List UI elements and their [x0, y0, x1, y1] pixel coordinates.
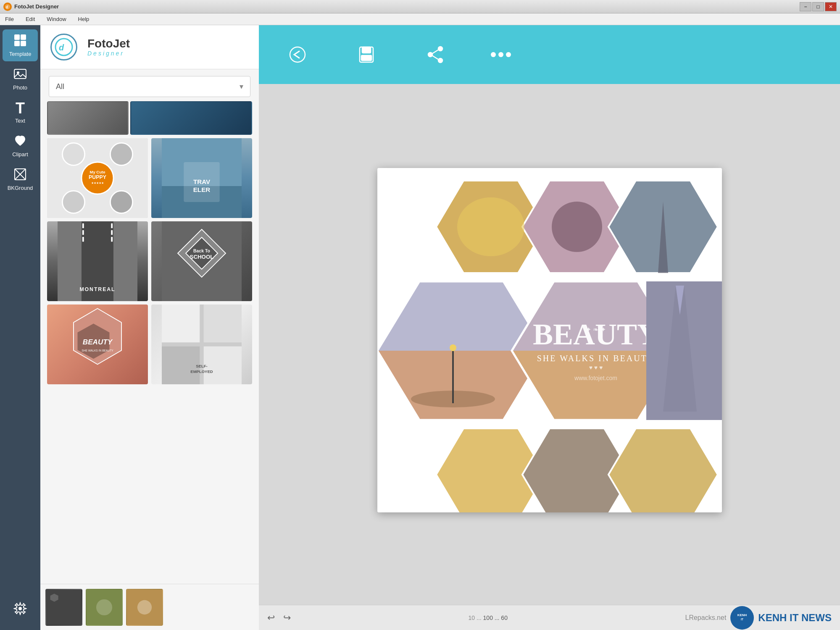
svg-point-64 — [438, 58, 442, 63]
template-panel: d FotoJet Designer All ▾ — [40, 25, 259, 630]
template-thumb-school[interactable]: Back To SCHOOL — [151, 221, 252, 301]
svg-text:d: d — [6, 5, 8, 9]
filter-dropdown[interactable]: All ▾ — [49, 76, 250, 97]
svg-text:SHE WALKS IN BEAUTY: SHE WALKS IN BEAUTY — [537, 354, 655, 363]
sidebar-item-template[interactable]: Template — [3, 29, 38, 61]
svg-text:EMPLOYED: EMPLOYED — [190, 369, 213, 374]
svg-text:BEAUTY: BEAUTY — [532, 318, 658, 351]
settings-icon — [13, 602, 27, 617]
svg-point-7 — [17, 71, 19, 74]
back-button[interactable] — [284, 41, 311, 68]
save-button[interactable] — [353, 41, 380, 68]
svg-rect-4 — [14, 41, 20, 46]
chevron-down-icon: ▾ — [240, 82, 243, 91]
strip-thumb-3[interactable] — [126, 589, 163, 626]
svg-rect-47 — [204, 304, 242, 342]
more-options[interactable] — [491, 52, 511, 57]
filter-label: All — [56, 82, 64, 91]
dot-2 — [498, 52, 503, 57]
svg-rect-49 — [204, 346, 242, 384]
app-title: FotoJet Designer — [14, 3, 59, 10]
canvas-container[interactable]: BEAUTY SHE WALKS IN BEAUTY ✦ ❧ ✦ ♥ ♥ ♥ — [377, 168, 722, 512]
canvas-svg: BEAUTY SHE WALKS IN BEAUTY ✦ ❧ ✦ ♥ ♥ ♥ — [377, 168, 722, 512]
template-thumb-beauty-hex[interactable]: BEAUTY SHE WALKS IN BEAUTY — [47, 304, 148, 384]
template-grid: My Cute PUPPY ★★★★★ — [40, 101, 259, 584]
template-row-1: My Cute PUPPY ★★★★★ — [47, 138, 252, 218]
template-row-top — [47, 101, 252, 135]
zoom-info: 10 ... 100 ... 60 — [469, 614, 508, 621]
svg-point-62 — [438, 47, 442, 51]
svg-text:TRAV: TRAV — [193, 178, 211, 185]
svg-text:d: d — [59, 43, 64, 52]
canvas-area: BEAUTY SHE WALKS IN BEAUTY ✦ ❧ ✦ ♥ ♥ ♥ — [259, 25, 840, 630]
settings-button[interactable] — [3, 598, 38, 622]
svg-text:KENH: KENH — [737, 613, 747, 617]
svg-point-108 — [450, 344, 456, 351]
menu-edit[interactable]: Edit — [24, 15, 37, 23]
sidebar-item-photo[interactable]: Photo — [3, 63, 38, 95]
bkground-icon — [13, 168, 27, 183]
svg-rect-32 — [111, 223, 113, 228]
sidebar-item-text[interactable]: T Text — [3, 97, 38, 128]
zoom-value: 100 — [483, 614, 493, 621]
template-thumb-traveler[interactable]: TRAV ELER — [151, 138, 252, 218]
bkground-label: BKGround — [8, 185, 33, 191]
kenh-label: KENH IT NEWS — [758, 612, 832, 624]
template-thumb-puppy[interactable]: My Cute PUPPY ★★★★★ — [47, 138, 148, 218]
svg-rect-46 — [162, 304, 200, 342]
menu-bar: File Edit Window Help — [0, 13, 840, 25]
menu-help[interactable]: Help — [76, 15, 91, 23]
sidebar-item-clipart[interactable]: Clipart — [3, 130, 38, 162]
text-icon: T — [16, 101, 25, 116]
template-thumb-self[interactable]: SELF- EMPLOYED — [151, 304, 252, 384]
kenh-logo-circle: KENH IT — [730, 606, 754, 630]
sidebar: Template Photo T Text Clipart — [0, 25, 40, 630]
menu-window[interactable]: Window — [45, 15, 68, 23]
share-button[interactable] — [422, 41, 449, 68]
svg-line-65 — [432, 50, 439, 54]
app-body: Template Photo T Text Clipart — [0, 25, 840, 630]
text-label: Text — [15, 118, 25, 124]
photo-label: Photo — [13, 84, 27, 91]
dot-1 — [491, 52, 496, 57]
svg-point-103 — [457, 197, 524, 256]
svg-text:Back To: Back To — [193, 249, 210, 253]
bottom-logos: LRepacks.net KENH IT KENH IT NEWS — [685, 606, 832, 630]
thumb-strip — [40, 584, 259, 630]
strip-thumb-1[interactable] — [45, 589, 82, 626]
menu-file[interactable]: File — [3, 15, 16, 23]
zoom-range-label: 10 ... — [469, 614, 483, 621]
template-thumb[interactable] — [130, 101, 252, 135]
template-thumb-montreal[interactable]: MONTREAL — [47, 221, 148, 301]
svg-text:My Cute: My Cute — [90, 170, 105, 174]
app-icon: d — [3, 3, 12, 11]
svg-text:IT: IT — [741, 618, 744, 621]
maximize-button[interactable]: □ — [812, 2, 824, 11]
svg-text:MONTREAL: MONTREAL — [79, 286, 115, 292]
svg-rect-60 — [362, 47, 371, 53]
svg-text:SELF-: SELF- — [196, 364, 207, 368]
svg-rect-31 — [82, 237, 84, 242]
svg-text:✦ ❧ ✦: ✦ ❧ ✦ — [586, 326, 606, 333]
svg-rect-3 — [21, 34, 26, 40]
logo-fotojet: FotoJet — [87, 37, 130, 50]
redo-button[interactable]: ↪ — [283, 612, 291, 623]
close-button[interactable]: ✕ — [825, 2, 837, 11]
svg-point-18 — [62, 143, 84, 165]
template-thumb[interactable] — [47, 101, 129, 135]
svg-point-58 — [290, 47, 305, 62]
strip-thumb-2[interactable] — [86, 589, 123, 626]
undo-button[interactable]: ↩ — [267, 612, 275, 623]
svg-text:SCHOOL: SCHOOL — [190, 254, 214, 260]
minimize-button[interactable]: − — [800, 2, 811, 11]
title-bar-left: d FotoJet Designer — [3, 3, 59, 11]
undo-redo-controls: ↩ ↪ — [267, 612, 291, 623]
bottom-bar: ↩ ↪ 10 ... 100 ... 60 LRepacks.net KENH … — [259, 605, 840, 630]
logo-area: d FotoJet Designer — [40, 25, 259, 69]
svg-rect-29 — [82, 223, 84, 228]
sidebar-item-bkground[interactable]: BKGround — [3, 163, 38, 195]
logo-designer: Designer — [87, 50, 130, 57]
svg-point-21 — [110, 191, 132, 213]
svg-rect-30 — [82, 230, 84, 235]
svg-rect-48 — [162, 346, 200, 384]
